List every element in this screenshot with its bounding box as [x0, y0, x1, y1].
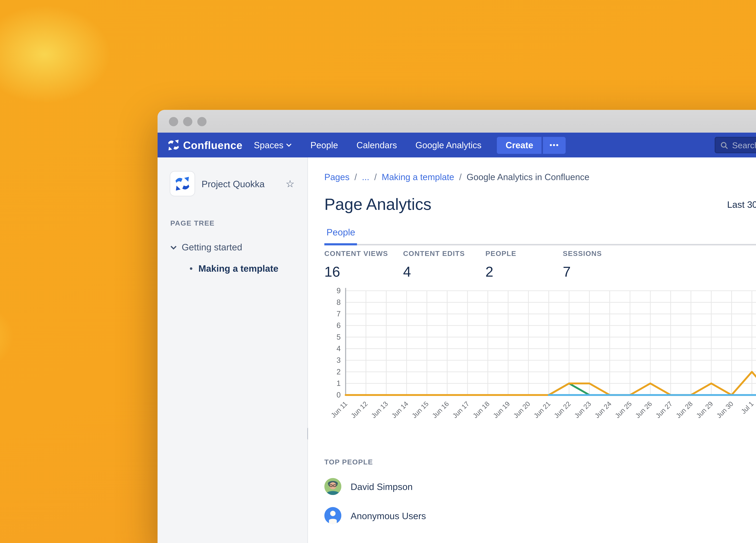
space-name: Project Quokka	[202, 179, 279, 189]
page-header: Page Analytics Last 30 Days	[324, 194, 756, 214]
sidebar-item-getting-started[interactable]: Getting started	[170, 242, 295, 253]
svg-text:Jun 25: Jun 25	[614, 400, 633, 419]
svg-text:4: 4	[337, 344, 341, 353]
nav-right-cluster: ? ⚙	[715, 137, 756, 153]
person-name: David Simpson	[351, 481, 413, 492]
window-zoom-button[interactable]	[197, 117, 207, 126]
anonymous-users-avatar-icon	[324, 507, 341, 524]
david-simpson-avatar-photo	[324, 478, 341, 495]
breadcrumb-pages[interactable]: Pages	[324, 172, 349, 182]
confluence-navbar: Confluence Spaces People Calendars Googl…	[158, 133, 756, 158]
star-icon[interactable]: ☆	[286, 178, 295, 189]
stats-row: CONTENT VIEWS 16 CONTENT EDITS 4 PEOPLE …	[324, 250, 602, 280]
bullet-icon: •	[189, 263, 193, 273]
svg-text:6: 6	[337, 321, 341, 329]
svg-text:Jun 17: Jun 17	[451, 400, 471, 419]
desktop-wallpaper: Confluence Spaces People Calendars Googl…	[0, 0, 756, 543]
sidebar-item-making-a-template[interactable]: • Making a template	[170, 263, 295, 273]
svg-text:Jun 29: Jun 29	[695, 400, 714, 419]
svg-text:8: 8	[337, 298, 341, 306]
avatar	[324, 478, 341, 495]
window-body: Project Quokka ☆ PAGE TREE Getting start…	[158, 158, 756, 543]
table-row[interactable]: David Simpson 13 4 4	[324, 478, 756, 495]
confluence-logo[interactable]: Confluence	[168, 139, 243, 151]
range-label: Last 30 Days	[727, 199, 756, 210]
stat-content-edits: CONTENT EDITS 4	[403, 250, 485, 280]
svg-text:Jun 28: Jun 28	[675, 400, 694, 419]
person-name: Anonymous Users	[351, 510, 426, 521]
svg-text:Jun 27: Jun 27	[654, 400, 674, 419]
svg-text:2: 2	[337, 367, 341, 376]
tab-people[interactable]: People	[324, 227, 357, 246]
svg-text:Jun 21: Jun 21	[532, 400, 552, 419]
nav-item-google-analytics[interactable]: Google Analytics	[415, 140, 481, 150]
svg-text:Jun 16: Jun 16	[431, 400, 450, 419]
space-logo	[170, 172, 195, 196]
browser-window: Confluence Spaces People Calendars Googl…	[158, 110, 756, 543]
svg-text:Jun 18: Jun 18	[471, 400, 491, 419]
search-icon	[720, 141, 728, 149]
svg-text:5: 5	[337, 333, 341, 341]
breadcrumb: Pages / ... / Making a template / Google…	[324, 172, 756, 182]
svg-text:Jun 22: Jun 22	[553, 400, 572, 419]
avatar	[324, 507, 341, 524]
svg-text:Jun 20: Jun 20	[512, 400, 531, 419]
svg-text:Jul 1: Jul 1	[740, 400, 755, 415]
stat-content-views: CONTENT VIEWS 16	[324, 250, 403, 280]
svg-text:Jun 15: Jun 15	[410, 400, 430, 419]
svg-text:Jun 30: Jun 30	[715, 400, 735, 419]
svg-text:Jun 26: Jun 26	[634, 400, 653, 419]
breadcrumb-making-a-template[interactable]: Making a template	[382, 172, 454, 182]
svg-text:Jun 19: Jun 19	[492, 400, 511, 419]
svg-text:Jun 23: Jun 23	[573, 400, 592, 419]
stat-sessions: SESSIONS 7	[563, 250, 602, 280]
confluence-space-icon	[175, 176, 190, 192]
svg-text:1: 1	[337, 379, 341, 387]
nav-item-calendars[interactable]: Calendars	[357, 140, 397, 150]
breadcrumb-current-page: Google Analytics in Confluence	[467, 172, 589, 182]
svg-text:Jun 14: Jun 14	[390, 400, 410, 419]
main-content: Pages / ... / Making a template / Google…	[308, 158, 756, 543]
top-people-heading: TOP PEOPLE	[324, 458, 756, 466]
svg-text:9: 9	[337, 286, 341, 295]
create-more-button[interactable]: •••	[542, 137, 565, 154]
page-title: Page Analytics	[324, 195, 431, 214]
chevron-down-icon	[170, 245, 177, 249]
top-people-section: TOP PEOPLE VIEWS EDITS SESSIONS	[324, 458, 756, 524]
create-split-button: Create •••	[497, 137, 566, 154]
nav-menu: Spaces People Calendars Google Analytics	[254, 140, 481, 150]
svg-text:Jun 11: Jun 11	[329, 400, 349, 419]
sidebar: Project Quokka ☆ PAGE TREE Getting start…	[158, 158, 308, 543]
window-titlebar[interactable]	[158, 110, 756, 133]
svg-text:Jun 13: Jun 13	[370, 400, 389, 419]
chevron-down-icon	[286, 143, 292, 147]
search-input[interactable]	[732, 140, 756, 150]
stat-people: PEOPLE 2	[486, 250, 563, 280]
window-close-button[interactable]	[169, 117, 178, 126]
svg-text:Jun 12: Jun 12	[349, 400, 369, 419]
create-button[interactable]: Create	[497, 137, 542, 154]
nav-item-people[interactable]: People	[310, 140, 338, 150]
top-people-header: TOP PEOPLE VIEWS EDITS SESSIONS	[324, 458, 756, 466]
svg-text:7: 7	[337, 309, 341, 318]
analytics-tabs: People	[324, 227, 756, 246]
analytics-chart: 0123456789Jun 11Jun 12Jun 13Jun 14Jun 15…	[322, 286, 756, 425]
search-box[interactable]	[715, 137, 756, 153]
svg-text:0: 0	[337, 391, 341, 399]
space-header[interactable]: Project Quokka ☆	[170, 172, 295, 196]
svg-text:Jun 24: Jun 24	[593, 400, 613, 419]
nav-item-spaces[interactable]: Spaces	[254, 140, 292, 150]
svg-text:3: 3	[337, 356, 341, 364]
confluence-logo-icon	[168, 139, 180, 151]
brand-wordmark: Confluence	[183, 139, 243, 151]
table-row[interactable]: Anonymous Users 3 0 3	[324, 507, 756, 524]
breadcrumb-ellipsis[interactable]: ...	[362, 172, 369, 182]
window-minimize-button[interactable]	[183, 117, 192, 126]
page-tree-heading: PAGE TREE	[170, 219, 295, 227]
